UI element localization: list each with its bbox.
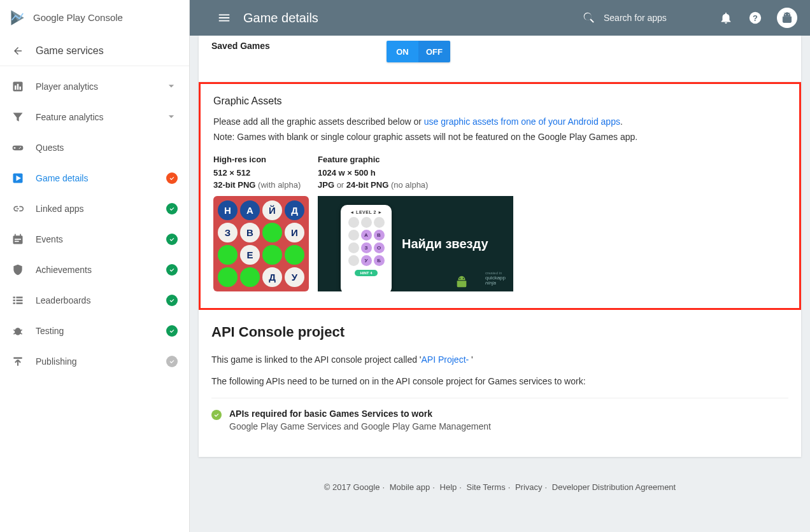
- nav-label: Game details: [36, 173, 166, 183]
- high-res-icon-column: High-res icon 512 × 512 32-bit PNG (with…: [213, 155, 309, 291]
- footer-copyright: © 2017 Google: [324, 482, 380, 492]
- notifications-button[interactable]: [718, 10, 734, 25]
- svg-line-28: [13, 333, 15, 334]
- nav-leaderboards[interactable]: Leaderboards: [0, 285, 189, 316]
- search[interactable]: [582, 11, 704, 25]
- nav-label: Player analytics: [36, 81, 165, 92]
- svg-point-35: [459, 278, 460, 279]
- svg-text:?: ?: [753, 13, 758, 23]
- footer-dda-link[interactable]: Developer Distribution Agreement: [552, 482, 676, 492]
- divider: [211, 398, 788, 398]
- hint-pill: HINT 4: [355, 270, 377, 276]
- play-console-logo: [9, 9, 27, 27]
- nav-label: Linked apps: [36, 204, 166, 214]
- brand[interactable]: Google Play Console: [0, 0, 189, 36]
- svg-rect-3: [15, 85, 17, 90]
- phone-grid-cell: А: [361, 230, 372, 241]
- footer-help-link[interactable]: Help: [440, 482, 457, 492]
- nav-label: Publishing: [36, 356, 166, 367]
- help-button[interactable]: ?: [748, 10, 763, 25]
- icon-grid-cell: Й: [262, 200, 282, 220]
- nav-label: Feature analytics: [36, 112, 165, 122]
- phone-grid-cell: [361, 217, 372, 228]
- use-existing-assets-link[interactable]: use graphic assets from one of your Andr…: [424, 116, 620, 127]
- nav-publishing[interactable]: Publishing: [0, 346, 189, 377]
- nav-game-details[interactable]: Game details: [0, 163, 189, 193]
- nav-testing[interactable]: Testing: [0, 316, 189, 346]
- status-warning-icon: [166, 172, 178, 184]
- nav-label: Testing: [36, 326, 166, 336]
- funnel-icon: [11, 111, 25, 123]
- play-icon: [11, 172, 25, 185]
- nav-quests[interactable]: Quests: [0, 132, 189, 163]
- api-console-section: API Console project This game is linked …: [199, 310, 801, 457]
- icon-grid-cell: [262, 223, 282, 242]
- saved-games-label: Saved Games: [211, 41, 387, 51]
- feature-graphic-column: Feature graphic 1024 w × 500 h JPG or 24…: [318, 155, 513, 291]
- svg-rect-20: [17, 297, 23, 298]
- nav-feature-analytics[interactable]: Feature analytics: [0, 102, 189, 132]
- back-to-game-services[interactable]: Game services: [0, 36, 189, 66]
- icon-grid-cell: В: [240, 223, 260, 242]
- icon-grid-cell: [240, 267, 260, 287]
- graphic-note: Note: Games with blank or single colour …: [213, 131, 786, 144]
- icon-grid-cell: А: [240, 200, 260, 220]
- svg-point-33: [785, 14, 786, 15]
- sidebar: Google Play Console Game services Player…: [0, 0, 190, 532]
- asset-title: High-res icon: [213, 155, 309, 164]
- section-heading: Graphic Assets: [213, 95, 786, 107]
- api-linked-text: This game is linked to the API console p…: [211, 354, 788, 365]
- icon-grid-cell: Д: [262, 267, 282, 287]
- icon-grid-cell: [262, 245, 282, 265]
- main: Saved Games ON OFF Graphic Assets Please…: [190, 36, 810, 532]
- toggle-off-button[interactable]: OFF: [418, 41, 450, 62]
- asset-dims: 512 × 512: [213, 168, 309, 178]
- phone-grid-cell: [348, 242, 359, 253]
- status-ok-icon: [166, 264, 178, 276]
- phone-grid-cell: [348, 230, 359, 241]
- phone-mock: ◄ LEVEL 2 ► АВЗОУБ HINT 4: [341, 205, 392, 291]
- api-req-desc: Google Play Game Services and Google Pla…: [229, 421, 491, 431]
- footer-privacy-link[interactable]: Privacy: [515, 482, 543, 492]
- nav-player-analytics[interactable]: Player analytics: [0, 71, 189, 102]
- android-icon: [781, 11, 793, 24]
- asset-title: Feature graphic: [318, 155, 513, 164]
- graphic-desc: Please add all the graphic assets descri…: [213, 116, 786, 129]
- svg-rect-22: [17, 300, 23, 302]
- brand-name: Google Play Console: [33, 12, 123, 23]
- svg-point-36: [463, 278, 464, 279]
- icon-grid-cell: У: [285, 267, 304, 287]
- svg-rect-15: [15, 234, 16, 237]
- svg-rect-30: [13, 357, 22, 359]
- api-project-link[interactable]: API Project-: [422, 354, 472, 365]
- phone-grid-cell: [348, 217, 359, 228]
- svg-line-29: [20, 333, 22, 334]
- nav-achievements[interactable]: Achievements: [0, 255, 189, 285]
- credit-text: created in quickapp ninja: [485, 271, 506, 286]
- saved-games-toggle: ON OFF: [387, 41, 450, 62]
- nav: Player analytics Feature analytics Quest…: [0, 66, 189, 377]
- nav-label: Quests: [36, 143, 178, 153]
- svg-point-34: [788, 14, 790, 15]
- high-res-icon-thumb[interactable]: НАЙДЗВИЕДУ: [213, 196, 309, 291]
- nav-events[interactable]: Events: [0, 224, 189, 255]
- footer-terms-link[interactable]: Site Terms: [467, 482, 506, 492]
- api-req-title: APIs required for basic Games Services t…: [229, 409, 491, 419]
- account-avatar[interactable]: [777, 8, 797, 28]
- nav-linked-apps[interactable]: Linked apps: [0, 193, 189, 224]
- svg-rect-8: [13, 148, 15, 148]
- svg-point-10: [19, 148, 20, 149]
- saved-games-row: Saved Games ON OFF: [199, 36, 801, 82]
- footer-mobile-link[interactable]: Mobile app: [390, 482, 430, 492]
- toggle-on-button[interactable]: ON: [387, 41, 418, 62]
- svg-rect-16: [20, 234, 21, 237]
- phone-grid-cell: О: [374, 242, 385, 253]
- feature-graphic-thumb[interactable]: ◄ LEVEL 2 ► АВЗОУБ HINT 4 Найди звезду c…: [318, 196, 513, 291]
- svg-rect-18: [15, 241, 19, 242]
- api-requirement-row: APIs required for basic Games Services t…: [211, 409, 788, 431]
- icon-grid-cell: [285, 245, 304, 265]
- nav-label: Leaderboards: [36, 295, 166, 305]
- assets-row: High-res icon 512 × 512 32-bit PNG (with…: [213, 155, 786, 291]
- menu-button[interactable]: [217, 10, 232, 25]
- search-input[interactable]: [602, 12, 704, 24]
